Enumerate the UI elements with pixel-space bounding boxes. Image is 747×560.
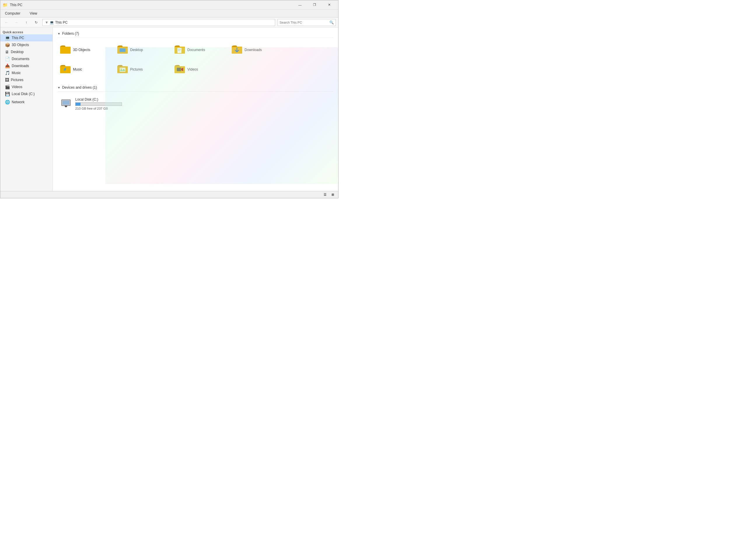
refresh-button[interactable]: ↻ (32, 19, 40, 26)
music-icon: 🎵 (5, 71, 10, 75)
status-bar: ☰ ⊞ (0, 191, 338, 198)
drive-item-c[interactable]: Local Disk (C:) 210 GB free of 237 GB (57, 94, 139, 113)
folder-item-documents[interactable]: Documents (172, 42, 224, 57)
minimize-button[interactable]: — (293, 1, 307, 9)
folders-section-title: Folders (7) (62, 31, 79, 35)
folder-icon-3d-objects (60, 44, 71, 55)
content-area: ▼ Folders (7) 3D Objects (53, 27, 338, 191)
maximize-button[interactable]: ❐ (308, 1, 321, 9)
breadcrumb-text: This PC (55, 20, 68, 25)
up-button[interactable]: ↑ (23, 19, 30, 26)
sidebar-item-documents[interactable]: 📄 Documents (0, 55, 53, 62)
folder-icon-music (60, 64, 71, 75)
breadcrumb-icon: 💻 (50, 20, 54, 25)
folder-music-label: Music (73, 68, 82, 72)
local-disk-icon: 💾 (5, 91, 10, 96)
folders-chevron: ▼ (57, 32, 60, 35)
folder-3d-objects-label: 3D Objects (73, 48, 90, 52)
sidebar-item-downloads-label: Downloads (12, 64, 29, 68)
large-icons-view-button[interactable]: ⊞ (330, 192, 336, 197)
sidebar-item-music[interactable]: 🎵 Music (0, 70, 53, 76)
details-view-button[interactable]: ☰ (322, 192, 328, 197)
svg-rect-17 (120, 68, 126, 72)
desktop-icon: 🖥 (5, 50, 9, 54)
main-area: Quick access 💻 This PC 📦 3D Objects 🖥 De… (0, 27, 338, 191)
drive-info-c: Local Disk (C:) 210 GB free of 237 GB (75, 98, 136, 110)
folder-pictures-label: Pictures (130, 68, 143, 72)
folder-item-downloads[interactable]: Downloads (229, 42, 282, 57)
drives-section-header: ▼ Devices and drives (1) (57, 84, 334, 91)
folder-item-videos[interactable]: Videos (172, 62, 224, 77)
drives-section-title: Devices and drives (1) (62, 85, 97, 89)
sidebar-item-3d-objects[interactable]: 📦 3D Objects (0, 42, 53, 48)
downloads-icon: 📥 (5, 63, 10, 68)
drive-name-c: Local Disk (C:) (75, 98, 136, 102)
3d-objects-icon: 📦 (5, 43, 10, 47)
explorer-window: 📁 This PC — ❐ ✕ Computer View ← → ↑ ↻ ▼ … (0, 0, 338, 198)
folder-icon-downloads (232, 44, 242, 55)
folder-item-3d-objects[interactable]: 3D Objects (57, 42, 110, 57)
search-icon: 🔍 (330, 20, 334, 25)
folders-grid: 3D Objects Desktop (57, 40, 334, 79)
forward-button[interactable]: → (12, 19, 20, 26)
back-button[interactable]: ← (3, 19, 10, 26)
sidebar-quick-access: Quick access 💻 This PC 📦 3D Objects 🖥 De… (0, 29, 53, 98)
folder-item-desktop[interactable]: Desktop (115, 42, 167, 57)
address-bar: ← → ↑ ↻ ▼ 💻 This PC 🔍 (0, 18, 338, 27)
ribbon-tab-view[interactable]: View (27, 10, 40, 17)
sidebar-network: 🌐 Network (0, 99, 53, 106)
sidebar-item-pictures-label: Pictures (11, 78, 23, 82)
folder-icon-small: 📁 (3, 3, 7, 7)
drive-space-c: 210 GB free of 237 GB (75, 107, 136, 110)
ribbon-tab-computer[interactable]: Computer (3, 10, 23, 17)
sidebar-item-pictures[interactable]: 🖼 Pictures (0, 76, 53, 83)
close-button[interactable]: ✕ (323, 1, 336, 9)
sidebar-item-desktop[interactable]: 🖥 Desktop (0, 48, 53, 55)
sidebar-item-downloads[interactable]: 📥 Downloads (0, 62, 53, 70)
sidebar-item-videos[interactable]: 🎬 Videos (0, 83, 53, 90)
svg-point-18 (121, 68, 122, 70)
folder-item-pictures[interactable]: Pictures (115, 62, 167, 77)
title-bar: 📁 This PC — ❐ ✕ (0, 0, 338, 10)
videos-icon: 🎬 (5, 85, 10, 89)
folder-desktop-label: Desktop (130, 48, 143, 52)
sidebar-item-documents-label: Documents (12, 57, 29, 61)
ribbon: Computer View (0, 10, 338, 18)
quick-access-label: Quick access (0, 29, 53, 34)
sidebar-item-this-pc-label: This PC (12, 36, 24, 40)
svg-rect-26 (65, 106, 67, 107)
drive-bar-c (76, 103, 80, 106)
sidebar-item-3d-objects-label: 3D Objects (12, 43, 29, 47)
folder-icon-pictures (117, 64, 128, 75)
sidebar-item-desktop-label: Desktop (11, 50, 24, 54)
sidebar-item-videos-label: Videos (12, 85, 22, 89)
drive-bar-container-c (75, 102, 122, 106)
sidebar: Quick access 💻 This PC 📦 3D Objects 🖥 De… (0, 27, 53, 191)
sidebar-item-local-disk-label: Local Disk (C:) (12, 92, 35, 96)
sidebar-item-music-label: Music (12, 71, 21, 75)
svg-rect-24 (62, 101, 70, 105)
folder-icon-videos (175, 64, 185, 75)
folders-section: ▼ Folders (7) 3D Objects (57, 30, 334, 79)
sidebar-item-this-pc[interactable]: 💻 This PC (0, 34, 53, 42)
svg-rect-1 (60, 47, 71, 54)
documents-icon: 📄 (5, 57, 10, 61)
drives-section: ▼ Devices and drives (1) (57, 84, 334, 113)
drive-icon-c (60, 97, 72, 111)
sidebar-item-local-disk[interactable]: 💾 Local Disk (C:) (0, 90, 53, 98)
window-title: This PC (10, 3, 23, 7)
folders-section-header: ▼ Folders (7) (57, 30, 334, 37)
folder-item-music[interactable]: Music (57, 62, 110, 77)
svg-rect-4 (120, 48, 126, 52)
folder-icon-documents (175, 44, 185, 55)
sidebar-item-network[interactable]: 🌐 Network (0, 99, 53, 106)
search-input[interactable] (280, 21, 328, 24)
network-icon: 🌐 (5, 100, 10, 104)
folder-downloads-label: Downloads (244, 48, 262, 52)
breadcrumb-arrow: ▼ (45, 20, 48, 25)
sidebar-item-network-label: Network (12, 100, 25, 104)
title-bar-buttons: — ❐ ✕ (293, 1, 336, 9)
svg-rect-7 (177, 48, 181, 53)
folder-videos-label: Videos (187, 68, 198, 72)
address-path[interactable]: ▼ 💻 This PC (42, 19, 275, 26)
